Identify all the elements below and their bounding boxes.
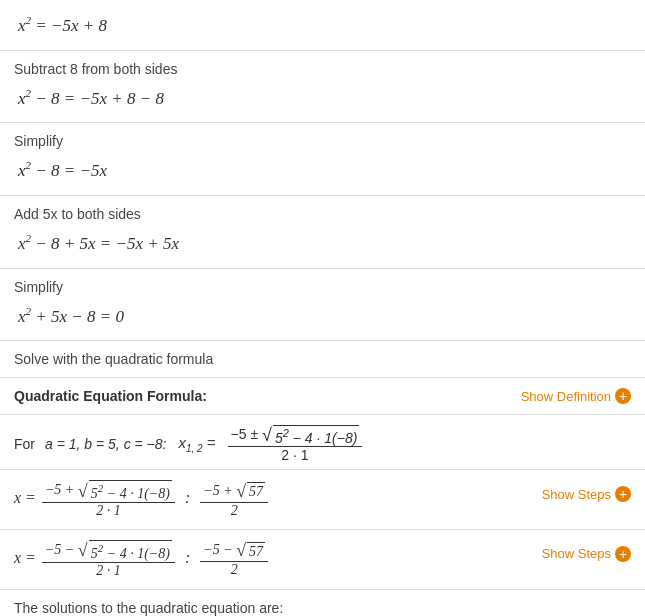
step-simplify-2: Simplify x2 + 5x − 8 = 0 [0,269,645,342]
show-steps-plus-label: Show Steps [542,487,611,502]
show-steps-minus-button[interactable]: Show Steps + [542,546,631,562]
quadratic-params-block: For a = 1, b = 5, c = −8: x1, 2 = −5 ± √… [0,415,645,470]
step-simplify-2-equation: x2 + 5x − 8 = 0 [14,301,631,331]
quadratic-header-label-block: Solve with the quadratic formula [0,341,645,378]
solution-minus-block: x = −5 − √ 52 − 4 · 1(−8) 2 · 1 : −5 − √… [0,530,645,590]
step-subtract-equation: x2 − 8 = −5x + 8 − 8 [14,83,631,113]
bottom-note-text: The solutions to the quadratic equation … [14,600,283,616]
step-simplify-1-equation: x2 − 8 = −5x [14,155,631,185]
step-add-5x-label: Add 5x to both sides [14,206,631,222]
step-simplify-1-label: Simplify [14,133,631,149]
for-label: For [14,436,35,452]
step-add-5x: Add 5x to both sides x2 − 8 + 5x = −5x +… [0,196,645,269]
step-simplify-2-label: Simplify [14,279,631,295]
show-definition-button[interactable]: Show Definition + [521,388,631,404]
step-subtract-label: Subtract 8 from both sides [14,61,631,77]
solve-quadratic-label: Solve with the quadratic formula [14,351,631,367]
bottom-note: The solutions to the quadratic equation … [0,590,645,616]
step-initial: x2 = −5x + 8 [0,0,645,51]
initial-equation: x2 = −5x + 8 [14,10,631,40]
for-params-line: For a = 1, b = 5, c = −8: x1, 2 = −5 ± √… [14,425,631,463]
show-definition-label: Show Definition [521,389,611,404]
show-steps-minus-icon: + [615,546,631,562]
quadratic-formula-title: Quadratic Equation Formula: [14,388,207,404]
solution-plus-math: x = −5 + √ 52 − 4 · 1(−8) 2 · 1 : −5 + √… [14,480,270,519]
quadratic-formula-header: Quadratic Equation Formula: Show Definit… [0,378,645,415]
params-values: a = 1, b = 5, c = −8: [45,436,166,452]
show-steps-minus-label: Show Steps [542,546,611,561]
step-add-5x-equation: x2 − 8 + 5x = −5x + 5x [14,228,631,258]
solution-minus-math: x = −5 − √ 52 − 4 · 1(−8) 2 · 1 : −5 − √… [14,540,270,579]
show-steps-plus-button[interactable]: Show Steps + [542,486,631,502]
step-simplify-1: Simplify x2 − 8 = −5x [0,123,645,196]
quadratic-formula-expression: −5 ± √ 52 − 4 · 1(−8) 2 · 1 [226,425,365,463]
step-subtract: Subtract 8 from both sides x2 − 8 = −5x … [0,51,645,124]
solution-plus-block: x = −5 + √ 52 − 4 · 1(−8) 2 · 1 : −5 + √… [0,470,645,530]
show-definition-plus-icon: + [615,388,631,404]
formula-x12: x1, 2 = [178,434,215,454]
show-steps-plus-icon: + [615,486,631,502]
